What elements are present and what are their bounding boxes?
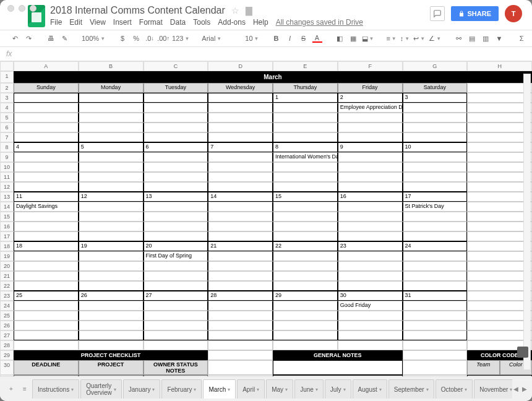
cell[interactable] <box>467 330 532 340</box>
text-color-button[interactable]: A <box>312 35 322 43</box>
row-header[interactable]: 15 <box>0 212 14 222</box>
valign-button[interactable]: ↕▼ <box>400 35 410 42</box>
event-cell[interactable] <box>79 202 144 212</box>
cell[interactable] <box>403 231 468 241</box>
cell[interactable] <box>208 271 273 281</box>
share-button[interactable]: SHARE <box>451 6 499 21</box>
cell[interactable] <box>14 123 79 132</box>
cell[interactable] <box>14 340 79 350</box>
cell[interactable] <box>338 172 403 182</box>
event-cell[interactable] <box>403 103 468 113</box>
date-cell[interactable]: 10 <box>403 142 468 152</box>
cell[interactable] <box>403 360 468 375</box>
event-cell[interactable] <box>144 152 208 162</box>
cell[interactable] <box>273 222 338 231</box>
cell[interactable] <box>338 330 403 340</box>
strike-button[interactable]: S <box>299 35 309 42</box>
menu-tools[interactable]: Tools <box>193 18 210 27</box>
row-header[interactable]: 7 <box>0 132 14 142</box>
date-cell[interactable] <box>144 93 208 103</box>
cell[interactable] <box>14 182 79 192</box>
explore-button[interactable] <box>517 347 528 358</box>
date-cell[interactable]: 19 <box>79 241 144 251</box>
cell[interactable] <box>338 132 403 142</box>
italic-button[interactable]: I <box>285 35 295 42</box>
cell[interactable] <box>14 172 79 182</box>
cell[interactable] <box>467 192 532 202</box>
cell[interactable] <box>273 113 338 123</box>
cell[interactable] <box>79 321 144 330</box>
merge-button[interactable]: ⬓▼ <box>362 35 374 43</box>
tab-scroll-left-button[interactable]: ◀ <box>513 386 518 392</box>
cell[interactable] <box>403 182 468 192</box>
cell[interactable] <box>403 375 468 376</box>
row-header[interactable]: 4 <box>0 103 14 113</box>
cell[interactable] <box>403 311 468 321</box>
cell[interactable] <box>144 162 208 172</box>
row-header[interactable]: 8 <box>0 142 14 152</box>
select-all-corner[interactable] <box>0 61 14 71</box>
cell[interactable] <box>14 311 79 321</box>
cell[interactable] <box>338 212 403 222</box>
cell[interactable] <box>79 261 144 271</box>
event-cell[interactable] <box>14 251 79 261</box>
date-cell[interactable]: 28 <box>208 291 273 301</box>
event-cell[interactable] <box>14 103 79 113</box>
cell[interactable] <box>14 222 79 231</box>
event-cell[interactable] <box>403 301 468 311</box>
cell[interactable] <box>467 222 532 231</box>
column-header[interactable]: F <box>338 61 403 71</box>
cell[interactable] <box>467 281 532 291</box>
cell[interactable] <box>403 340 468 350</box>
column-header[interactable]: C <box>144 61 208 71</box>
cell[interactable] <box>467 241 532 251</box>
cell[interactable] <box>467 103 532 113</box>
cell[interactable] <box>403 123 468 132</box>
cell[interactable] <box>144 172 208 182</box>
number-format-select[interactable]: 123▼ <box>172 35 189 42</box>
cell[interactable] <box>338 281 403 291</box>
sheet-tab[interactable]: September▾ <box>388 379 434 399</box>
event-cell[interactable] <box>14 152 79 162</box>
cell[interactable] <box>338 123 403 132</box>
date-cell[interactable]: 4 <box>14 142 79 152</box>
row-header[interactable]: 1 <box>0 71 14 83</box>
sheet-tab[interactable]: March▾ <box>203 379 236 399</box>
date-cell[interactable] <box>14 93 79 103</box>
folder-icon[interactable]: ▇ <box>246 6 252 15</box>
date-cell[interactable]: 27 <box>144 291 208 301</box>
cell[interactable] <box>338 321 403 330</box>
cell[interactable] <box>208 360 273 375</box>
sheet-tab[interactable]: October▾ <box>435 379 473 399</box>
sheet-tab[interactable]: April▾ <box>237 379 265 399</box>
row-header[interactable]: 16 <box>0 222 14 231</box>
cell[interactable] <box>144 123 208 132</box>
cell[interactable] <box>467 212 532 222</box>
date-cell[interactable]: 14 <box>208 192 273 202</box>
row-header[interactable]: 14 <box>0 202 14 212</box>
menu-file[interactable]: File <box>50 18 62 27</box>
menu-insert[interactable]: Insert <box>113 18 132 27</box>
date-cell[interactable]: 9 <box>338 142 403 152</box>
cell[interactable] <box>144 340 208 350</box>
column-header[interactable]: H <box>467 61 532 71</box>
bold-button[interactable]: B <box>272 35 281 42</box>
font-select[interactable]: Arial▼ <box>202 35 233 42</box>
cell[interactable] <box>79 123 144 132</box>
cell[interactable] <box>467 152 532 162</box>
cell[interactable] <box>79 222 144 231</box>
event-cell[interactable] <box>208 202 273 212</box>
cell[interactable] <box>208 311 273 321</box>
row-header[interactable]: 29 <box>0 350 14 360</box>
comments-button[interactable] <box>430 6 445 21</box>
date-cell[interactable]: 16 <box>338 192 403 202</box>
comment-insert-button[interactable]: ▤ <box>467 35 477 43</box>
sheet-tab[interactable]: Quarterly Overview▾ <box>80 379 122 399</box>
event-cell[interactable] <box>273 251 338 261</box>
cell[interactable] <box>467 301 532 311</box>
menu-help[interactable]: Help <box>253 18 268 27</box>
cell[interactable] <box>467 291 532 301</box>
cell[interactable] <box>273 311 338 321</box>
date-cell[interactable]: 25 <box>14 291 79 301</box>
cell[interactable] <box>273 281 338 291</box>
